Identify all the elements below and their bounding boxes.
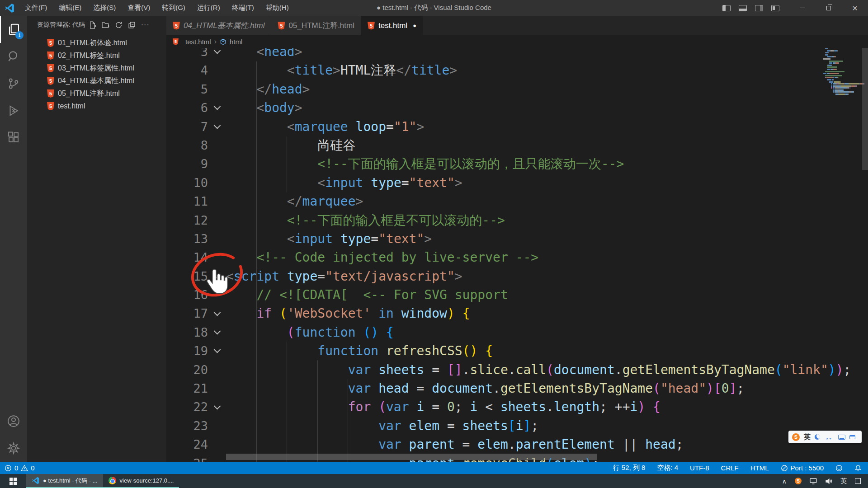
refresh-icon[interactable] [115,21,123,29]
tab-test.html[interactable]: 5test.html● [361,16,423,35]
minimap[interactable] [823,48,866,462]
display-icon[interactable] [810,478,817,484]
tray-chevron-icon[interactable]: ∧ [782,478,787,485]
language-mode[interactable]: HTML [750,464,769,472]
toggle-sidebar-icon[interactable] [722,5,731,11]
file-item[interactable]: 5test.html [27,100,166,113]
fold-icon[interactable] [208,99,226,117]
line-number: 13 [166,230,208,248]
breadcrumb-symbol[interactable]: html [230,38,242,46]
code-area[interactable]: 3 <head>4 <title>HTML注释</title>5 </head>… [166,48,868,462]
fold-icon[interactable] [208,323,226,342]
menu-item-3[interactable]: 查看(V) [122,0,156,16]
toggle-panel-icon[interactable] [739,5,747,11]
run-debug-icon[interactable] [0,97,27,124]
tab-04_HTML基本属性.html[interactable]: 504_HTML基本属性.html [166,16,271,35]
line-number: 16 [166,286,208,304]
taskbar-chrome[interactable]: view-source:127.0.... [103,474,179,488]
breadcrumb-separator: › [214,38,217,46]
collapse-all-icon[interactable] [128,21,136,29]
account-icon[interactable] [0,408,27,435]
code-line-23: 23 var elem = sheets[i]; [166,417,868,435]
ime-moon-icon[interactable] [815,434,820,440]
file-item[interactable]: 503_HTML标签属性.html [27,62,166,75]
tray-ime-label[interactable]: 英 [840,477,847,485]
line-number: 21 [166,379,208,398]
menu-bar: 文件(F)编辑(E)选择(S)查看(V)转到(G)运行(R)终端(T)帮助(H) [19,0,295,16]
volume-icon[interactable] [825,478,832,484]
menu-item-1[interactable]: 编辑(E) [53,0,87,16]
new-folder-icon[interactable] [102,21,109,29]
code-text: <!--下面的输入框是可以滚动的，且只能滚动一次--> [226,155,868,173]
code-text: <marquee loop="1"> [226,117,868,136]
fold-spacer [208,248,226,267]
action-center-icon[interactable] [855,478,861,484]
line-number: 5 [166,80,208,99]
html-file-icon: 5 [47,52,54,60]
live-server-port[interactable]: Port : 5500 [781,464,824,472]
menu-item-5[interactable]: 运行(R) [191,0,226,16]
tab-bar: 504_HTML基本属性.html505_HTML注释.html5test.ht… [166,16,868,35]
restore-button[interactable] [816,0,842,16]
code-text: // <![CDATA[ <-- For SVG support [226,286,868,304]
settings-gear-icon[interactable] [0,435,27,462]
explorer-header: 资源管理器: 代码 [37,21,85,29]
ime-mode-label[interactable]: 英 [804,433,811,441]
feedback-icon[interactable] [835,465,843,472]
menu-item-2[interactable]: 选择(S) [87,0,122,16]
horizontal-scrollbar[interactable] [226,454,597,460]
file-item[interactable]: 501_HTML初体验.html [27,37,166,49]
menu-item-7[interactable]: 帮助(H) [260,0,295,16]
fold-icon[interactable] [208,267,226,286]
ime-toolbox-icon[interactable] [849,435,855,439]
fold-icon[interactable] [208,398,226,416]
more-actions-icon[interactable]: ··· [141,23,150,27]
taskbar-vscode[interactable]: ● test.html - 代码 - ... [26,474,103,488]
search-icon[interactable] [0,43,27,70]
dirty-indicator[interactable]: ● [413,22,416,29]
port-label: Port : 5500 [791,464,824,472]
toggle-secondary-sidebar-icon[interactable] [755,5,763,11]
code-text: </marquee> [226,192,868,211]
fold-icon[interactable] [208,48,226,61]
menu-item-0[interactable]: 文件(F) [19,0,53,16]
file-name: 02_HTML标签.html [58,51,120,61]
cursor-position[interactable]: 行 52, 列 8 [613,464,646,472]
fold-spacer [208,211,226,230]
explorer-icon[interactable]: 1 [0,16,27,43]
breadcrumb-file[interactable]: test.html [185,38,211,46]
source-control-icon[interactable] [0,70,27,97]
ime-punctuation-icon[interactable]: ，。 [824,433,834,441]
menu-item-4[interactable]: 转到(G) [156,0,191,16]
fold-icon[interactable] [208,342,226,360]
eol-sequence[interactable]: CRLF [721,464,739,472]
file-item[interactable]: 504_HTML基本属性.html [27,75,166,87]
ime-toolbar[interactable]: S 英 ，。 [788,431,862,443]
ime-keyboard-icon[interactable] [838,435,845,440]
problems-button[interactable]: 0 0 [5,464,35,472]
new-file-icon[interactable] [89,21,96,29]
indentation[interactable]: 空格: 4 [657,464,678,472]
file-item[interactable]: 502_HTML标签.html [27,49,166,62]
extensions-icon[interactable] [0,124,27,151]
breadcrumb[interactable]: 5 test.html › html [166,35,868,48]
code-line-7: 7 <marquee loop="1"> [166,117,868,136]
code-line-11: 11 </marquee> [166,192,868,211]
vertical-scrollbar[interactable] [862,48,868,170]
code-text: <script type="text/javascript"> [226,267,868,286]
minimize-button[interactable] [789,0,816,16]
encoding[interactable]: UTF-8 [690,464,709,472]
fold-icon[interactable] [208,304,226,323]
start-button[interactable] [0,474,26,488]
line-number: 8 [166,136,208,155]
activity-bar: 1 [0,16,27,462]
tab-05_HTML注释.html[interactable]: 505_HTML注释.html [271,16,361,35]
bell-icon[interactable] [854,465,862,472]
customize-layout-icon[interactable] [771,5,779,11]
file-item[interactable]: 505_HTML注释.html [27,87,166,100]
menu-item-6[interactable]: 终端(T) [226,0,260,16]
sogou-tray-icon[interactable]: S [795,478,802,484]
code-line-8: 8 尚硅谷 [166,136,868,155]
fold-icon[interactable] [208,117,226,136]
close-button[interactable]: × [842,0,868,16]
